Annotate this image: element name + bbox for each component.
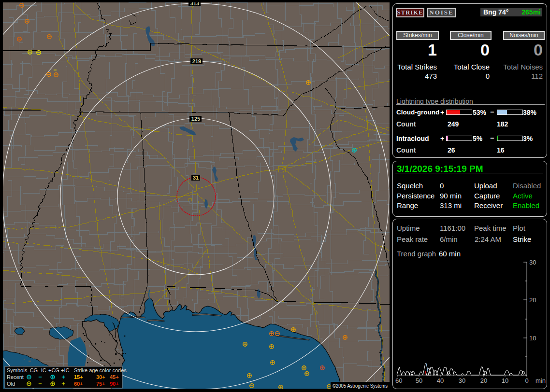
svg-text:30+: 30+ bbox=[96, 374, 105, 380]
svg-text:Symbols: Symbols bbox=[7, 367, 28, 373]
svg-text:20: 20 bbox=[480, 377, 487, 384]
svg-text:60: 60 bbox=[395, 377, 402, 384]
svg-text:15+: 15+ bbox=[74, 374, 83, 380]
svg-text:60+: 60+ bbox=[74, 381, 83, 387]
svg-text:50: 50 bbox=[416, 377, 422, 384]
svg-text:10: 10 bbox=[502, 377, 508, 384]
svg-text:45+: 45+ bbox=[110, 374, 119, 380]
svg-text:Recent: Recent bbox=[7, 374, 24, 380]
svg-text:40: 40 bbox=[437, 377, 444, 384]
svg-text:-IC: -IC bbox=[39, 367, 46, 373]
svg-text:10: 10 bbox=[529, 335, 536, 342]
svg-text:219: 219 bbox=[192, 58, 201, 64]
svg-text:min: min bbox=[536, 377, 546, 384]
svg-text:0: 0 bbox=[525, 377, 528, 384]
svg-text:90+: 90+ bbox=[110, 381, 119, 387]
svg-text:Strike age color codes: Strike age color codes bbox=[74, 367, 127, 373]
svg-text:313: 313 bbox=[190, 2, 199, 6]
svg-text:75+: 75+ bbox=[96, 381, 105, 387]
svg-text:30: 30 bbox=[529, 259, 536, 266]
svg-text:+CG: +CG bbox=[48, 367, 59, 373]
svg-text:+IC: +IC bbox=[61, 367, 69, 373]
svg-text:Old: Old bbox=[7, 381, 15, 387]
svg-text:125: 125 bbox=[191, 116, 200, 122]
svg-text:30: 30 bbox=[459, 377, 465, 384]
svg-text:-CG: -CG bbox=[28, 367, 38, 373]
svg-text:©2005 Astrogenic Systems: ©2005 Astrogenic Systems bbox=[333, 383, 388, 389]
svg-text:31: 31 bbox=[193, 175, 199, 181]
svg-text:20: 20 bbox=[529, 296, 536, 304]
